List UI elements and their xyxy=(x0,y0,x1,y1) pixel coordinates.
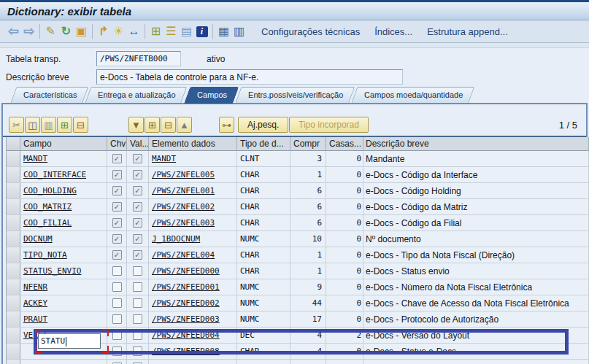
data-type-cell: CHAR xyxy=(237,183,290,198)
description-cell: e-Docs - Status envio xyxy=(363,263,589,279)
data-element-link[interactable]: /PWS/ZNFEED003 xyxy=(152,314,220,324)
row-selector[interactable] xyxy=(7,151,20,166)
stack-icon[interactable]: ☰ xyxy=(163,23,179,39)
field-name-edit-input[interactable]: STATU xyxy=(38,333,101,349)
activate-icon[interactable]: ☀ xyxy=(111,23,126,39)
initial-value-checkbox-cell xyxy=(127,167,149,182)
row-selector[interactable] xyxy=(7,311,20,327)
field-name-link[interactable]: PRAUT xyxy=(23,314,47,324)
tab-campos-moeda-quantidade[interactable]: Campos moeda/quantidade xyxy=(351,87,475,104)
tab-entrega-e-atualizacao[interactable]: Entrega e atualização xyxy=(85,87,188,104)
data-element-link[interactable]: /PWS/ZNFEL003 xyxy=(152,218,215,228)
initial-value-checkbox-cell xyxy=(127,279,149,295)
filter-icon[interactable]: ▼ xyxy=(128,117,144,133)
field-name-link[interactable]: ACKEY xyxy=(23,298,47,308)
key-checkbox-cell xyxy=(107,167,127,182)
row-selector[interactable] xyxy=(7,344,20,359)
refresh-icon[interactable]: ↻ xyxy=(58,23,74,39)
append-structure-button[interactable]: Estrutura append... xyxy=(427,26,508,37)
data-element-link[interactable]: J_1BDOCNUM xyxy=(152,234,200,244)
data-type-cell: NUMC xyxy=(237,295,290,311)
field-name-cell: COD_FILIAL xyxy=(20,215,107,231)
field-name-link[interactable]: MANDT xyxy=(23,154,47,163)
where-used-icon[interactable]: ↱ xyxy=(96,23,111,39)
table-row: COD_FILIAL/PWS/ZNFEL003CHAR60e-Docs - Có… xyxy=(7,215,589,231)
description-cell: Nº documento xyxy=(363,231,589,247)
key-checkbox-cell xyxy=(107,263,127,279)
row-selector[interactable] xyxy=(7,247,20,263)
data-element-link[interactable]: /PWS/ZNFEED001 xyxy=(152,282,220,292)
initial-value-checkbox xyxy=(133,234,142,244)
data-element-link[interactable]: /PWS/ZNFEL005 xyxy=(152,170,215,179)
row-selector[interactable] xyxy=(7,167,20,182)
data-element-cell: /PWS/ZNFEED001 xyxy=(149,279,237,295)
insert-row-icon[interactable]: ⊞ xyxy=(57,117,72,133)
cut-icon[interactable]: ✂ xyxy=(9,117,24,133)
row-selector[interactable] xyxy=(7,328,20,343)
tab-caracteristicas[interactable]: Características xyxy=(10,87,89,104)
collapse-icon[interactable]: ⊟ xyxy=(161,117,176,133)
field-name-link[interactable]: TIPO_NOTA xyxy=(23,250,67,260)
key-checkbox-cell xyxy=(107,279,127,295)
delete-row-icon[interactable]: ⊟ xyxy=(73,117,88,133)
sort-up-icon[interactable]: ▲ xyxy=(177,117,192,133)
data-element-link[interactable]: MANDT xyxy=(152,154,176,163)
row-selector[interactable] xyxy=(7,231,20,247)
data-element-cell: J_1BDOCNUM xyxy=(149,231,237,247)
tab-entrs-possiveis-verificacao[interactable]: Entrs.possíveis/verificação xyxy=(235,87,355,104)
field-name-cell: COD_INTERFACE xyxy=(20,167,107,182)
table-row: PRAUT/PWS/ZNFEED003NUMC170e-Docs - Proto… xyxy=(7,311,589,328)
search-help-button[interactable]: Aj.pesq. xyxy=(238,117,288,133)
hierarchy-icon[interactable]: ⊞ xyxy=(148,23,163,39)
row-selector[interactable] xyxy=(7,360,20,364)
length-cell: 4 xyxy=(290,328,326,343)
row-selector[interactable] xyxy=(7,279,20,295)
navigate-icon[interactable]: ↔ xyxy=(126,23,142,39)
data-type-cell: CHAR xyxy=(237,199,290,214)
key-checkbox-cell xyxy=(107,360,127,364)
key-checkbox xyxy=(112,250,122,260)
short-description-field[interactable]: e-Docs - Tabela de controle para a NF-e. xyxy=(96,69,403,85)
status-text: ativo xyxy=(207,54,225,64)
field-name-link[interactable]: DOCNUM xyxy=(23,234,53,244)
key-checkbox xyxy=(112,234,122,244)
table-view-icon[interactable]: ▤ xyxy=(179,23,194,39)
data-element-link[interactable]: /PWS/ZNFEL002 xyxy=(152,202,215,212)
indexes-button[interactable]: Índices... xyxy=(374,26,412,37)
copy-icon[interactable]: ◫ xyxy=(25,117,40,133)
paste-icon[interactable]: ▥ xyxy=(41,117,56,133)
back-icon[interactable]: ⇦ xyxy=(6,23,21,39)
row-selector[interactable] xyxy=(7,183,20,198)
decimals-cell: 0 xyxy=(326,247,363,263)
display-change-icon[interactable]: ✎ xyxy=(43,23,58,39)
db-table-icon[interactable]: ▥ xyxy=(231,23,247,39)
data-element-link[interactable]: /PWS/ZNFEED002 xyxy=(152,298,220,308)
data-element-link[interactable]: /PWS/ZNFEL001 xyxy=(152,186,215,195)
expand-icon[interactable]: ⊞ xyxy=(145,117,160,133)
row-selector[interactable] xyxy=(7,263,20,279)
initial-value-checkbox-cell xyxy=(127,247,149,263)
data-element-link[interactable]: /PWS/ZNFEED008 xyxy=(152,346,220,356)
select-all-header-cell[interactable] xyxy=(7,137,20,151)
technical-settings-button[interactable]: Configurações técnicas xyxy=(261,26,360,37)
tab-campos[interactable]: Campos xyxy=(184,87,239,104)
db-structure-icon[interactable]: ▦ xyxy=(216,23,231,39)
forward-icon[interactable]: ⇨ xyxy=(21,23,36,39)
row-selector[interactable] xyxy=(7,295,20,311)
data-element-link[interactable]: /PWS/ZNFEED000 xyxy=(152,266,220,276)
copy-object-icon[interactable]: ▣ xyxy=(74,23,89,39)
key-checkbox-cell xyxy=(107,247,127,263)
field-name-link[interactable]: STATUS_ENVIO xyxy=(23,266,81,276)
row-selector[interactable] xyxy=(7,215,20,231)
search-help-key-icon[interactable]: ⊶ xyxy=(219,117,234,133)
field-name-link[interactable]: NFENR xyxy=(23,282,47,292)
row-selector[interactable] xyxy=(7,199,20,214)
table-name-field[interactable]: /PWS/ZNFETB000 xyxy=(96,51,181,66)
data-element-link[interactable]: /PWS/ZNFEL004 xyxy=(152,250,215,260)
field-name-link[interactable]: COD_MATRIZ xyxy=(23,202,72,212)
field-name-link[interactable]: COD_FILIAL xyxy=(23,218,72,228)
info-icon[interactable]: i xyxy=(196,26,208,37)
field-name-link[interactable]: COD_INTERFACE xyxy=(23,170,86,179)
data-element-link[interactable]: /PWS/ZNFEED004 xyxy=(152,330,220,340)
field-name-link[interactable]: COD_HOLDING xyxy=(23,186,77,195)
